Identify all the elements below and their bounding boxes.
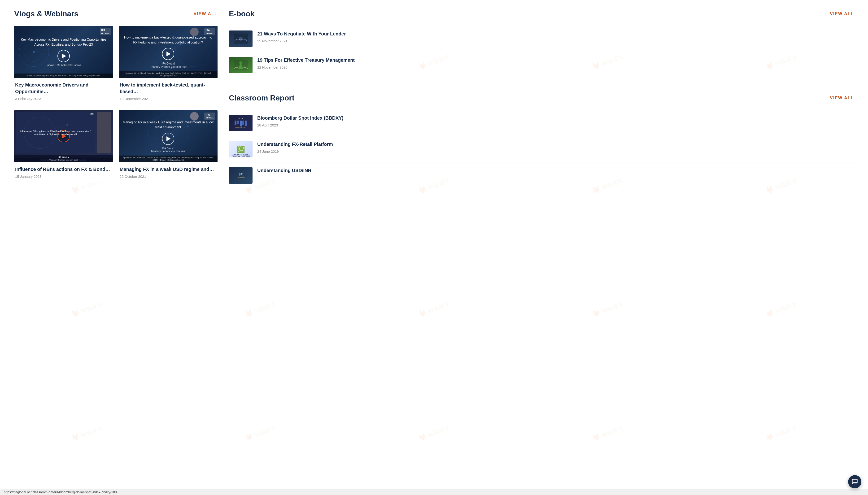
classroom-item-title-1: Bloomberg Dollar Spot Index (BBDXY) bbox=[257, 115, 854, 121]
classroom-thumb-1: $€£¥ BLOOMBERG bbox=[229, 115, 253, 131]
ebook-title: E-book bbox=[229, 10, 254, 18]
video-info-4: Managing FX in a weak USD regime and… 20… bbox=[119, 162, 218, 182]
speaker-2: IFA GlobalTreasury Partner you can trust bbox=[122, 62, 214, 69]
classroom-title: Classroom Report bbox=[229, 93, 294, 102]
play-button-4[interactable] bbox=[162, 133, 174, 145]
video-card-3[interactable]: Influence of RBI's actions on FX & Bond … bbox=[14, 110, 113, 182]
classroom-item-date-1: 28 April 2023 bbox=[257, 123, 854, 127]
video-card-title-2: How to implement back-tested, quant-base… bbox=[120, 82, 217, 95]
play-button-1[interactable] bbox=[57, 50, 70, 62]
section-divider bbox=[229, 86, 854, 86]
classroom-item-date-2: 24 June 2019 bbox=[257, 149, 854, 153]
classroom-view-all[interactable]: VIEW ALL bbox=[830, 96, 854, 101]
ebook-section: E-book VIEW ALL bbox=[229, 10, 854, 78]
video-thumbnail-4: Managing FX in a weak USD regime and Inv… bbox=[119, 110, 218, 162]
video-card-title-4: Managing FX in a weak USD regime and… bbox=[120, 166, 217, 173]
video-thumbnail-1: Key Macroeconomic Drivers and Positionin… bbox=[14, 26, 113, 78]
video-card-title-1: Key Macroeconomic Drivers and Opportunit… bbox=[15, 82, 112, 95]
bottom-bar-1: Website: www.ifaglobal.net | Tel: +91 96… bbox=[14, 73, 113, 78]
ebook-thumb-2 bbox=[229, 57, 253, 73]
video-card-title-3: Influence of RBI's actions on FX & Bond… bbox=[15, 166, 112, 173]
video-card-date-3: 15 January 2023 bbox=[15, 174, 112, 178]
classroom-item-title-2: Understanding FX-Retail Platform bbox=[257, 141, 854, 148]
right-section: E-book VIEW ALL bbox=[229, 10, 854, 188]
video-content-1: Key Macroeconomic Drivers and Positionin… bbox=[14, 33, 113, 70]
play-icon-1 bbox=[62, 54, 66, 58]
video-overlay-title-4: Managing FX in a weak USD regime and Inv… bbox=[122, 120, 214, 130]
classroom-content-2: Understanding FX-Retail Platform 24 June… bbox=[257, 141, 854, 153]
video-thumbnail-2: How to implement a back-tested & quant-b… bbox=[119, 26, 218, 78]
classroom-item-1[interactable]: $€£¥ BLOOMBERG Bloomberg Dollar Spot Ind… bbox=[229, 110, 854, 136]
ebook-header: E-book VIEW ALL bbox=[229, 10, 854, 18]
video-card-2[interactable]: How to implement a back-tested & quant-b… bbox=[119, 26, 218, 104]
video-overlay-title-2: How to implement a back-tested & quant-b… bbox=[122, 35, 214, 45]
classroom-item-title-3: Understanding USD/INR bbox=[257, 167, 854, 174]
video-card-date-4: 20 October 2021 bbox=[120, 174, 217, 178]
video-overlay-title-1: Key Macroeconomic Drivers and Positionin… bbox=[18, 37, 109, 47]
play-button-2[interactable] bbox=[162, 48, 174, 60]
video-info-2: How to implement back-tested, quant-base… bbox=[119, 78, 218, 104]
bloomberg-visual: $€£¥ BLOOMBERG bbox=[234, 116, 248, 130]
ebook-item-title-2: 19 Tips For Effective Treasury Managemen… bbox=[257, 57, 854, 63]
video-info-1: Key Macroeconomic Drivers and Opportunit… bbox=[14, 78, 113, 104]
ebook-view-all[interactable]: VIEW ALL bbox=[830, 11, 854, 16]
classroom-content-1: Bloomberg Dollar Spot Index (BBDXY) 28 A… bbox=[257, 115, 854, 127]
ebook-item-date-1: 25 November 2021 bbox=[257, 39, 854, 43]
classroom-thumb-2: 💹 UNDERSTANDINGFX-RETAIL PLATFORM bbox=[229, 141, 253, 157]
classroom-content-3: Understanding USD/INR bbox=[257, 167, 854, 176]
plants-icon bbox=[234, 60, 248, 70]
vlogs-title: Vlogs & Webinars bbox=[14, 10, 78, 18]
ifa-subtitle-4: IFA GlobalTreasury Partner you can trust bbox=[122, 147, 214, 152]
video-card-4[interactable]: Managing FX in a weak USD regime and Inv… bbox=[119, 110, 218, 182]
play-icon-2 bbox=[167, 52, 171, 56]
ifa-mini-logo-3: IFA bbox=[90, 113, 94, 115]
vlogs-section: Vlogs & Webinars VIEW ALL bbox=[14, 10, 218, 188]
video-overlay-title-3: Influence of RBI's actions on FX & Bond … bbox=[18, 130, 93, 136]
usd-inr-visual: $₹ USD/INR bbox=[237, 172, 245, 179]
video-grid: Key Macroeconomic Drivers and Positionin… bbox=[14, 26, 218, 182]
ebook-content-2: 19 Tips For Effective Treasury Managemen… bbox=[257, 57, 854, 69]
video-card-date-2: 10 December 2021 bbox=[120, 97, 217, 101]
page-wrapper: Vlogs & Webinars VIEW ALL bbox=[0, 0, 868, 198]
classroom-item-2[interactable]: 💹 UNDERSTANDINGFX-RETAIL PLATFORM Unders… bbox=[229, 136, 854, 163]
classroom-header: Classroom Report VIEW ALL bbox=[229, 93, 854, 102]
svg-point-29 bbox=[239, 61, 242, 64]
fx-retail-label: UNDERSTANDINGFX-RETAIL PLATFORM bbox=[229, 154, 252, 157]
bottom-bar-4: Speakers: Mr. Abhishek Goenka & Mr. Mohi… bbox=[119, 156, 218, 162]
video-info-3: Influence of RBI's actions on FX & Bond…… bbox=[14, 162, 113, 182]
ebook-thumb-1 bbox=[229, 31, 253, 47]
ifa-subtitle-3: IFA Global Treasury Partner you can trus… bbox=[14, 155, 113, 162]
vlogs-header: Vlogs & Webinars VIEW ALL bbox=[14, 10, 218, 18]
ebook-item-1[interactable]: 21 Ways To Negotiate With Your Lender 25… bbox=[229, 26, 854, 52]
ebook-item-2[interactable]: 19 Tips For Effective Treasury Managemen… bbox=[229, 52, 854, 78]
play-icon-4 bbox=[167, 136, 171, 141]
video-card-1[interactable]: Key Macroeconomic Drivers and Positionin… bbox=[14, 26, 113, 104]
speaker-1: Speaker: Mr. Abhishek Goenka bbox=[18, 64, 109, 66]
classroom-section: Classroom Report VIEW ALL $€£¥ bbox=[229, 93, 854, 188]
video-thumbnail-3: Influence of RBI's actions on FX & Bond … bbox=[14, 110, 113, 162]
video-content-4: Managing FX in a weak USD regime and Inv… bbox=[119, 116, 218, 156]
ebook-content-1: 21 Ways To Negotiate With Your Lender 25… bbox=[257, 31, 854, 43]
vlogs-view-all[interactable]: VIEW ALL bbox=[194, 11, 218, 16]
classroom-thumb-3: $₹ USD/INR bbox=[229, 167, 253, 184]
ebook-item-date-2: 22 November 2020 bbox=[257, 65, 854, 69]
video-content-2: How to implement a back-tested & quant-b… bbox=[119, 31, 218, 72]
classroom-item-3[interactable]: $₹ USD/INR Understanding USD/INR bbox=[229, 163, 854, 188]
ebook-item-title-1: 21 Ways To Negotiate With Your Lender bbox=[257, 31, 854, 37]
video-card-date-1: 3 February 2023 bbox=[15, 97, 112, 101]
fx-retail-visual: 💹 bbox=[237, 146, 245, 153]
